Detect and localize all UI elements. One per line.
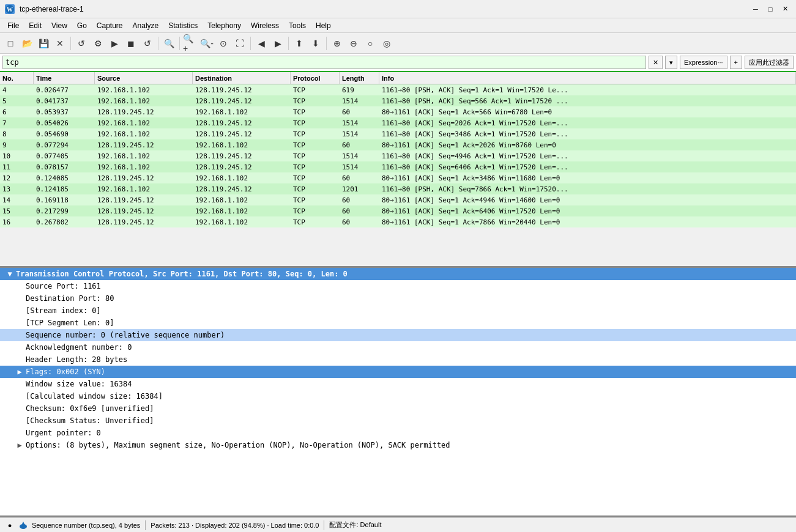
zoom-fit-toolbar-button[interactable]: ⛶ — [232, 35, 248, 51]
detail-row-9[interactable]: [Calculated window size: 16384] — [0, 390, 796, 402]
menu-item-tools[interactable]: Tools — [284, 20, 311, 31]
col-header-source[interactable]: Source — [95, 72, 193, 84]
menu-item-statistics[interactable]: Statistics — [163, 20, 203, 31]
col-header-info[interactable]: Info — [379, 72, 796, 84]
packet-list: No.TimeSourceDestinationProtocolLengthIn… — [0, 72, 796, 268]
stop-toolbar-button[interactable]: ◼ — [123, 35, 139, 51]
menu-item-analyze[interactable]: Analyze — [128, 20, 164, 31]
expand-placeholder-4 — [15, 331, 24, 339]
packet-cell-time: 0.124085 — [34, 174, 95, 182]
clear-filter-button[interactable]: ✕ — [649, 56, 663, 69]
filter-input[interactable] — [2, 56, 646, 69]
cap-opts-toolbar-button[interactable]: ⚙ — [90, 35, 106, 51]
menu-item-go[interactable]: Go — [72, 20, 92, 31]
close-toolbar-button[interactable]: ✕ — [52, 35, 68, 51]
minimize-button[interactable]: ─ — [750, 3, 762, 15]
menu-item-wireless[interactable]: Wireless — [246, 20, 284, 31]
packet-cell-info: 1161→80 [PSH, ACK] Seq=566 Ack=1 Win=175… — [379, 97, 796, 105]
zoom-m-toolbar-button[interactable]: ⊖ — [346, 35, 362, 51]
detail-row-3[interactable]: [TCP Segment Len: 0] — [0, 317, 796, 329]
filter-dropdown-button[interactable]: ▾ — [665, 56, 677, 69]
add-filter-button[interactable]: + — [730, 56, 742, 69]
filters-toolbar-button[interactable]: 🔍 — [161, 35, 177, 51]
col-header-length[interactable]: Length — [340, 72, 379, 84]
new-toolbar-button[interactable]: □ — [2, 35, 18, 51]
restart-toolbar-button[interactable]: ↺ — [139, 35, 155, 51]
packet-row[interactable]: 40.026477192.168.1.102128.119.245.12TCP6… — [0, 84, 796, 95]
menu-item-capture[interactable]: Capture — [92, 20, 128, 31]
detail-row-0[interactable]: Source Port: 1161 — [0, 280, 796, 292]
packet-row[interactable]: 140.169118128.119.245.12192.168.1.102TCP… — [0, 194, 796, 205]
menu-item-help[interactable]: Help — [311, 20, 336, 31]
scroll-up-toolbar-button[interactable]: ⬆ — [291, 35, 307, 51]
zoom-norm-toolbar-button[interactable]: ⊙ — [215, 35, 231, 51]
apply-filter-button[interactable]: 应用此过滤器 — [745, 56, 794, 69]
packet-row[interactable]: 70.054026192.168.1.102128.119.245.12TCP1… — [0, 117, 796, 128]
expand-placeholder-5 — [15, 343, 24, 352]
back-toolbar-button[interactable]: ◀ — [253, 35, 269, 51]
fwd-toolbar-button[interactable]: ▶ — [270, 35, 286, 51]
packet-cell-no: 8 — [0, 130, 34, 138]
col-header-time[interactable]: Time — [34, 72, 95, 84]
packet-cell-protocol: TCP — [291, 86, 340, 94]
start-toolbar-button[interactable]: ▶ — [106, 35, 122, 51]
packet-cell-protocol: TCP — [291, 97, 340, 105]
packet-row[interactable]: 100.077405192.168.1.102128.119.245.12TCP… — [0, 150, 796, 161]
packet-row[interactable]: 160.267802128.119.245.12192.168.1.102TCP… — [0, 216, 796, 227]
packet-row[interactable]: 90.077294128.119.245.12192.168.1.102TCP6… — [0, 139, 796, 150]
zoom-in-toolbar-button[interactable]: 🔍+ — [182, 35, 198, 51]
packet-rows[interactable]: 40.026477192.168.1.102128.119.245.12TCP6… — [0, 84, 796, 266]
reload-toolbar-button[interactable]: ↺ — [73, 35, 89, 51]
close-button[interactable]: ✕ — [779, 3, 791, 15]
menu-item-telephony[interactable]: Telephony — [203, 20, 246, 31]
zoom-s-toolbar-button[interactable]: ◎ — [379, 35, 395, 51]
packet-row[interactable]: 50.041737192.168.1.102128.119.245.12TCP1… — [0, 95, 796, 106]
detail-row-1[interactable]: Destination Port: 80 — [0, 292, 796, 305]
col-header-destination[interactable]: Destination — [193, 72, 291, 84]
packet-row[interactable]: 120.124085128.119.245.12192.168.1.102TCP… — [0, 172, 796, 183]
packet-cell-no: 9 — [0, 141, 34, 149]
packet-cell-info: 80→1161 [ACK] Seq=1 Ack=7866 Win=20440 L… — [379, 218, 796, 226]
detail-tcp-header[interactable]: ▼Transmission Control Protocol, Src Port… — [0, 268, 796, 280]
detail-text-4: Sequence number: 0 (relative sequence nu… — [26, 331, 225, 339]
packet-cell-source: 128.119.245.12 — [95, 174, 193, 182]
detail-panel[interactable]: ▼Transmission Control Protocol, Src Port… — [0, 268, 796, 517]
detail-text-10: Checksum: 0xf6e9 [unverified] — [26, 404, 154, 413]
open-toolbar-button[interactable]: 📂 — [19, 35, 35, 51]
detail-row-11[interactable]: [Checksum Status: Unverified] — [0, 415, 796, 427]
sep5-separator — [288, 37, 289, 50]
menu-item-view[interactable]: View — [46, 20, 72, 31]
detail-row-6[interactable]: Header Length: 28 bytes — [0, 353, 796, 366]
col-header-no[interactable]: No. — [0, 72, 34, 84]
menu-item-edit[interactable]: Edit — [24, 20, 46, 31]
detail-row-10[interactable]: Checksum: 0xf6e9 [unverified] — [0, 402, 796, 415]
zoom-p-toolbar-button[interactable]: ⊕ — [329, 35, 345, 51]
packet-row[interactable]: 130.124185192.168.1.102128.119.245.12TCP… — [0, 183, 796, 194]
menu-item-file[interactable]: File — [2, 20, 24, 31]
filterbar: ✕ ▾ Expression··· + 应用此过滤器 — [0, 54, 796, 72]
menubar: FileEditViewGoCaptureAnalyzeStatisticsTe… — [0, 18, 796, 33]
detail-row-12[interactable]: Urgent pointer: 0 — [0, 427, 796, 439]
expand-icon-13[interactable]: ▶ — [15, 441, 24, 449]
detail-row-5[interactable]: Acknowledgment number: 0 — [0, 341, 796, 353]
col-header-protocol[interactable]: Protocol — [291, 72, 340, 84]
maximize-button[interactable]: □ — [764, 3, 776, 15]
detail-row-4[interactable]: Sequence number: 0 (relative sequence nu… — [0, 329, 796, 341]
zoom-out-toolbar-button[interactable]: 🔍- — [199, 35, 215, 51]
packet-row[interactable]: 150.217299128.119.245.12192.168.1.102TCP… — [0, 205, 796, 216]
expand-icon-7[interactable]: ▶ — [15, 368, 24, 376]
packet-row[interactable]: 110.078157192.168.1.102128.119.245.12TCP… — [0, 161, 796, 172]
detail-row-13[interactable]: ▶Options: (8 bytes), Maximum segment siz… — [0, 439, 796, 451]
packet-cell-info: 1161→80 [ACK] Seq=2026 Ack=1 Win=17520 L… — [379, 119, 796, 127]
detail-text-3: [TCP Segment Len: 0] — [26, 319, 114, 327]
detail-row-8[interactable]: Window size value: 16384 — [0, 378, 796, 390]
zoom-r-toolbar-button[interactable]: ○ — [362, 35, 378, 51]
expression-button[interactable]: Expression··· — [680, 56, 727, 69]
detail-row-7[interactable]: ▶Flags: 0x002 (SYN) — [0, 366, 796, 378]
packet-row[interactable]: 60.053937128.119.245.12192.168.1.102TCP6… — [0, 106, 796, 117]
save-toolbar-button[interactable]: 💾 — [35, 35, 51, 51]
detail-row-2[interactable]: [Stream index: 0] — [0, 305, 796, 317]
packet-cell-destination: 192.168.1.102 — [193, 174, 291, 182]
scroll-dn-toolbar-button[interactable]: ⬇ — [308, 35, 324, 51]
packet-row[interactable]: 80.054690192.168.1.102128.119.245.12TCP1… — [0, 128, 796, 139]
